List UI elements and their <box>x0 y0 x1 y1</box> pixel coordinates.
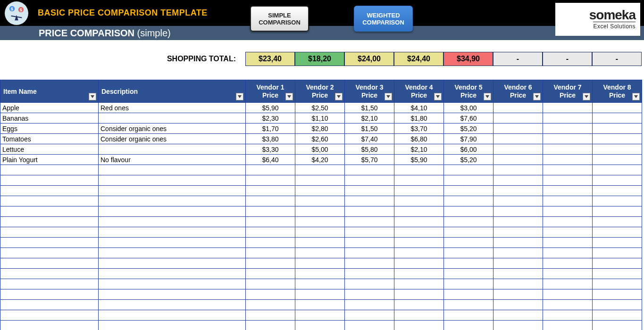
cell-price-v2[interactable]: $5,00 <box>295 144 345 155</box>
cell-price-v3[interactable]: $5,70 <box>345 155 394 165</box>
filter-dropdown-icon[interactable] <box>89 93 96 100</box>
cell-price-v7[interactable] <box>543 310 593 321</box>
cell-price-v5[interactable] <box>444 321 493 330</box>
cell-price-v4[interactable] <box>394 248 444 258</box>
cell-price-v2[interactable] <box>295 175 345 186</box>
cell-price-v3[interactable] <box>345 269 394 279</box>
cell-price-v7[interactable] <box>543 103 593 113</box>
cell-price-v1[interactable] <box>246 175 295 186</box>
cell-price-v1[interactable]: $3,80 <box>246 134 295 144</box>
cell-price-v4[interactable] <box>394 165 444 175</box>
cell-price-v7[interactable] <box>543 321 593 330</box>
cell-price-v1[interactable]: $1,70 <box>246 124 295 134</box>
cell-price-v2[interactable] <box>295 321 345 330</box>
cell-price-v5[interactable]: $6,00 <box>444 144 493 155</box>
table-row[interactable]: AppleRed ones$5,90$2,50$1,50$4,10$3,00 <box>0 103 642 113</box>
cell-price-v6[interactable] <box>493 279 543 289</box>
cell-desc[interactable] <box>99 321 246 330</box>
cell-price-v8[interactable] <box>593 279 642 289</box>
cell-price-v2[interactable] <box>295 227 345 238</box>
cell-price-v2[interactable] <box>295 217 345 227</box>
cell-price-v1[interactable] <box>246 206 295 217</box>
cell-price-v8[interactable] <box>593 175 642 186</box>
cell-price-v4[interactable] <box>394 206 444 217</box>
cell-desc[interactable] <box>99 279 246 289</box>
cell-price-v6[interactable] <box>493 217 543 227</box>
cell-price-v4[interactable]: $5,90 <box>394 155 444 165</box>
cell-price-v4[interactable] <box>394 196 444 206</box>
cell-item[interactable] <box>0 217 99 227</box>
cell-price-v5[interactable] <box>444 269 493 279</box>
cell-price-v6[interactable] <box>493 248 543 258</box>
cell-item[interactable] <box>0 321 99 330</box>
cell-desc[interactable] <box>99 186 246 196</box>
cell-price-v1[interactable] <box>246 227 295 238</box>
table-row[interactable]: Plain YogurtNo flavour$6,40$4,20$5,70$5,… <box>0 155 642 165</box>
cell-price-v6[interactable] <box>493 321 543 330</box>
cell-desc[interactable] <box>99 227 246 238</box>
cell-price-v7[interactable] <box>543 124 593 134</box>
cell-price-v2[interactable] <box>295 248 345 258</box>
cell-price-v8[interactable] <box>593 217 642 227</box>
cell-price-v8[interactable] <box>593 186 642 196</box>
cell-desc[interactable] <box>99 258 246 269</box>
col-vendor-3[interactable]: Vendor 3Price <box>345 80 394 103</box>
col-vendor-5[interactable]: Vendor 5Price <box>444 80 493 103</box>
cell-price-v3[interactable] <box>345 258 394 269</box>
cell-price-v4[interactable] <box>394 289 444 300</box>
cell-price-v1[interactable]: $2,30 <box>246 113 295 124</box>
cell-price-v5[interactable] <box>444 238 493 248</box>
table-row[interactable] <box>0 321 642 330</box>
cell-price-v8[interactable] <box>593 144 642 155</box>
cell-price-v4[interactable] <box>394 227 444 238</box>
col-vendor-6[interactable]: Vendor 6Price <box>493 80 543 103</box>
cell-price-v2[interactable]: $4,20 <box>295 155 345 165</box>
cell-price-v7[interactable] <box>543 217 593 227</box>
cell-price-v6[interactable] <box>493 134 543 144</box>
cell-price-v5[interactable] <box>444 310 493 321</box>
cell-price-v4[interactable] <box>394 217 444 227</box>
cell-price-v3[interactable] <box>345 227 394 238</box>
cell-price-v5[interactable] <box>444 175 493 186</box>
cell-price-v1[interactable] <box>246 196 295 206</box>
cell-price-v7[interactable] <box>543 134 593 144</box>
cell-price-v3[interactable] <box>345 175 394 186</box>
cell-item[interactable] <box>0 186 99 196</box>
cell-price-v3[interactable] <box>345 196 394 206</box>
cell-item[interactable] <box>0 175 99 186</box>
cell-desc[interactable] <box>99 165 246 175</box>
cell-price-v5[interactable] <box>444 227 493 238</box>
cell-price-v1[interactable] <box>246 165 295 175</box>
cell-item[interactable] <box>0 310 99 321</box>
cell-price-v3[interactable] <box>345 165 394 175</box>
cell-price-v4[interactable]: $4,10 <box>394 103 444 113</box>
cell-price-v7[interactable] <box>543 196 593 206</box>
cell-price-v3[interactable] <box>345 289 394 300</box>
cell-price-v2[interactable]: $2,50 <box>295 103 345 113</box>
cell-price-v7[interactable] <box>543 269 593 279</box>
cell-desc[interactable] <box>99 206 246 217</box>
cell-item[interactable] <box>0 165 99 175</box>
cell-price-v2[interactable] <box>295 258 345 269</box>
cell-price-v3[interactable] <box>345 310 394 321</box>
cell-price-v7[interactable] <box>543 113 593 124</box>
cell-price-v4[interactable]: $6,80 <box>394 134 444 144</box>
cell-price-v6[interactable] <box>493 124 543 134</box>
cell-price-v8[interactable] <box>593 269 642 279</box>
cell-item[interactable]: Bananas <box>0 113 99 124</box>
cell-price-v8[interactable] <box>593 238 642 248</box>
cell-price-v5[interactable]: $3,00 <box>444 103 493 113</box>
cell-price-v5[interactable] <box>444 196 493 206</box>
cell-price-v4[interactable]: $2,10 <box>394 144 444 155</box>
cell-price-v1[interactable] <box>246 300 295 310</box>
cell-price-v6[interactable] <box>493 227 543 238</box>
filter-dropdown-icon[interactable] <box>434 93 442 100</box>
tab-simple-comparison[interactable]: SIMPLE COMPARISON <box>250 6 309 32</box>
cell-price-v4[interactable]: $1,80 <box>394 113 444 124</box>
cell-price-v6[interactable] <box>493 300 543 310</box>
cell-price-v8[interactable] <box>593 196 642 206</box>
cell-price-v6[interactable] <box>493 238 543 248</box>
cell-price-v4[interactable] <box>394 269 444 279</box>
cell-desc[interactable] <box>99 113 246 124</box>
table-row[interactable] <box>0 269 642 279</box>
